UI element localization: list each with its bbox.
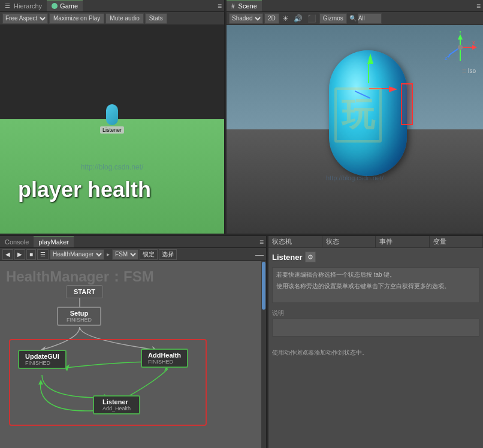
chinese-watermark: 玩 [334, 87, 382, 143]
game-capsule [106, 104, 118, 125]
svg-text:x: x [472, 40, 475, 46]
pm-prev-btn[interactable]: ◀ [2, 249, 13, 260]
desc-label: 说明 [272, 309, 479, 317]
fsm-name-select[interactable]: HealthManager [50, 249, 104, 260]
audio-icon[interactable]: 🔊 [292, 14, 304, 23]
game-watermark: http://blog.csdn.net/ [81, 163, 144, 171]
desc-input-area[interactable] [272, 319, 479, 337]
left-tab-bar: ☰ Hierarchy Game ≡ [0, 0, 224, 12]
desc-label-area: 说明 [272, 309, 479, 337]
collapse-bottom-btn[interactable]: ≡ [257, 238, 266, 246]
scene-toolbar: Shaded 2D ☀ 🔊 ⬛ Gizmos 🔍 [227, 12, 483, 25]
image-icon[interactable]: ⬛ [306, 14, 318, 23]
col-event: 事件 [376, 236, 430, 247]
pm-list-btn[interactable]: ☰ [37, 249, 49, 260]
scene-search-input[interactable] [358, 13, 382, 24]
pm-toolbar: ◀ ▶ ■ ☰ HealthManager ▸ FSM 锁定 选择 — [0, 248, 266, 261]
game-icon [52, 3, 58, 9]
svg-marker-1 [458, 34, 463, 40]
settings-btn[interactable]: ⚙ [305, 252, 316, 262]
capsule-selection-box [401, 83, 413, 125]
listener-name: Listener [272, 253, 303, 262]
gizmos-btn[interactable]: Gizmos [319, 13, 347, 24]
game-toolbar: Free Aspect Maximize on Play Mute audio … [0, 12, 224, 25]
scene-viewport: Y x z ≡ Iso 玩 http://blog.csdn.net/ [227, 25, 483, 234]
bottom-tab-bar: Console playMaker ≡ [0, 236, 266, 248]
listener-header: Listener ⚙ [272, 252, 479, 262]
player-health-text: player health [18, 177, 151, 202]
scene-icon: # [231, 3, 235, 10]
scene-watermark: http://blog.csdn.net/ [326, 174, 384, 181]
tab-playmaker[interactable]: playMaker [34, 236, 74, 247]
inspector-col-headers: 状态机 状态 事件 变量 [268, 236, 483, 248]
tab-scene[interactable]: # Scene [227, 0, 262, 11]
pm-scrollbar[interactable] [261, 261, 266, 448]
svg-text:Y: Y [458, 31, 462, 35]
2d-btn[interactable]: 2D [264, 13, 279, 24]
search-icon: 🔍 [349, 15, 357, 22]
arrow-y-shaft [368, 62, 369, 83]
shaded-select[interactable]: Shaded [229, 13, 263, 24]
tab-hierarchy[interactable]: ☰ Hierarchy [0, 0, 47, 11]
pm-scrollbar-thumb[interactable] [262, 262, 265, 310]
maximize-btn[interactable]: Maximize on Play [49, 13, 104, 24]
lines-icon: ≡ [461, 66, 466, 75]
game-ground [0, 119, 224, 234]
axis-widget: Y x z [444, 31, 477, 64]
select-btn[interactable]: 选择 [159, 249, 177, 260]
col-state-machine: 状态机 [268, 236, 322, 247]
aspect-select[interactable]: Free Aspect [2, 13, 48, 24]
sun-icon[interactable]: ☀ [280, 14, 291, 23]
col-state: 状态 [322, 236, 376, 247]
svg-text:z: z [445, 55, 448, 61]
listener-label: Listener [100, 126, 124, 134]
desc-line1: 若要快速编辑合称选择一个状态后按 tab 键。 [276, 270, 475, 279]
mute-btn[interactable]: Mute audio [105, 13, 143, 24]
desc-line2: 使用该名称旁边的设置菜单或右键单击下方空白获得更多的选项。 [276, 281, 475, 290]
iso-area: ≡ Iso [461, 66, 476, 75]
collapse-scene-btn[interactable]: ≡ [474, 2, 483, 10]
state-setup[interactable]: Setup FINISHED [57, 307, 101, 326]
fsm-separator: ▸ [105, 251, 111, 258]
scene-tab-bar: # Scene ≡ [227, 0, 483, 12]
iso-label: Iso [468, 68, 476, 74]
pm-canvas[interactable]: HealthManager：FSM START [0, 261, 266, 448]
stats-btn[interactable]: Stats [145, 13, 167, 24]
game-viewport: Listener player health http://blog.csdn.… [0, 25, 224, 234]
collapse-left-btn[interactable]: ≡ [215, 2, 224, 10]
lock-btn[interactable]: 锁定 [140, 249, 158, 260]
pm-collapse-btn[interactable]: — [255, 250, 264, 259]
pm-stop-btn[interactable]: ■ [26, 249, 36, 260]
desc-box: 若要快速编辑合称选择一个状态后按 tab 键。 使用该名称旁边的设置菜单或右键单… [272, 267, 479, 303]
state-start[interactable]: START [66, 285, 103, 298]
state-updategui[interactable]: UpdateGUI FINISHED [18, 350, 67, 369]
action-text: 使用动作浏览器添加动作到状态中。 [272, 349, 479, 357]
fsm-title: HealthManager：FSM [6, 267, 154, 286]
state-listener[interactable]: Listener Add_Health [93, 395, 140, 414]
hierarchy-icon: ☰ [5, 2, 10, 9]
tab-game[interactable]: Game [47, 0, 83, 11]
svg-point-6 [458, 45, 463, 50]
axis-svg: Y x z [444, 31, 477, 64]
state-addhealth[interactable]: AddHealth FINISHED [141, 349, 188, 368]
inspector-content: Listener ⚙ 若要快速编辑合称选择一个状态后按 tab 键。 使用该名称… [268, 248, 483, 448]
svg-marker-15 [38, 380, 43, 385]
col-var: 变量 [430, 236, 484, 247]
fsm-label-select[interactable]: FSM [112, 249, 138, 260]
arrow-x-icon [389, 86, 397, 92]
tab-console[interactable]: Console [0, 236, 34, 247]
capsule-body [106, 104, 118, 125]
svg-marker-5 [447, 53, 452, 57]
svg-marker-3 [472, 45, 477, 50]
pm-main-area: HealthManager：FSM START [0, 261, 266, 448]
pm-play-btn[interactable]: ▶ [14, 249, 25, 260]
